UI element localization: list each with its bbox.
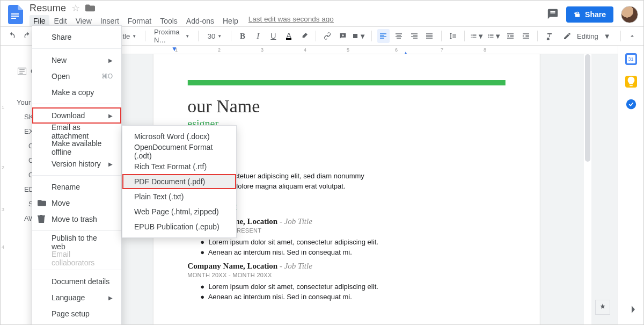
doc-bullet: ● Lorem ipsum dolor sit amet, consectetu…: [200, 283, 505, 291]
style-label: tle: [122, 32, 130, 40]
docs-logo[interactable]: [6, 5, 25, 24]
menu-print[interactable]: Print⌘P: [32, 322, 121, 325]
menu-language[interactable]: Language▶: [32, 290, 121, 306]
indent-increase-button[interactable]: [520, 29, 532, 43]
menu-help[interactable]: Help: [219, 15, 242, 27]
side-panel: 31: [618, 46, 643, 324]
download-submenu: Microsoft Word (.docx) OpenDocument Form…: [122, 125, 237, 238]
menu-version-history[interactable]: Version history▶: [32, 156, 121, 172]
download-docx[interactable]: Microsoft Word (.docx): [122, 129, 236, 144]
menu-move[interactable]: Move: [32, 195, 121, 211]
download-epub[interactable]: EPUB Publication (.epub): [122, 219, 236, 234]
svg-point-3: [488, 34, 489, 35]
calendar-addon-icon[interactable]: 31: [625, 53, 637, 65]
doc-bullet: ● Aenean ac interdum nisi. Sed in conseq…: [200, 248, 505, 256]
undo-button[interactable]: [6, 29, 18, 43]
link-button[interactable]: [321, 29, 334, 43]
download-rtf[interactable]: Rich Text Format (.rtf): [122, 159, 236, 174]
underline-button[interactable]: U: [267, 29, 280, 43]
outline-icon[interactable]: [18, 68, 26, 75]
text-color-button[interactable]: A: [283, 29, 295, 43]
submenu-arrow-icon: ▶: [108, 113, 113, 119]
menu-publish[interactable]: Publish to the web: [32, 234, 121, 250]
font-label: Proxima N…: [154, 28, 183, 44]
accent-bar: [187, 80, 505, 85]
folder-icon: [38, 199, 46, 207]
download-html[interactable]: Web Page (.html, zipped): [122, 204, 236, 219]
indent-decrease-button[interactable]: [504, 29, 517, 43]
menu-new[interactable]: New▶: [32, 52, 121, 68]
pencil-icon: [563, 32, 572, 40]
align-right-button[interactable]: [408, 29, 420, 43]
svg-point-10: [626, 99, 635, 109]
file-menu-panel: Share New▶ Open⌘O Make a copy Download▶ …: [32, 25, 122, 325]
menu-tools[interactable]: Tools: [156, 15, 181, 27]
doc-bullet: ● Aenean ac interdum nisi. Sed in conseq…: [200, 293, 505, 301]
download-txt[interactable]: Plain Text (.txt): [122, 189, 236, 204]
svg-point-4: [488, 35, 489, 37]
svg-point-5: [488, 37, 489, 38]
doc-name-heading: our Name: [187, 96, 505, 117]
tasks-addon-icon[interactable]: [625, 98, 637, 110]
svg-rect-0: [11, 13, 19, 15]
menu-email-collab: Email collaborators: [32, 250, 121, 266]
submenu-arrow-icon: ▶: [108, 295, 113, 301]
menu-format[interactable]: Format: [124, 15, 155, 27]
font-size-select[interactable]: 30▼: [204, 29, 225, 43]
font-select[interactable]: Proxima N…▼: [151, 29, 193, 43]
menu-offline[interactable]: Make available offline: [32, 140, 121, 156]
image-button[interactable]: ▼: [352, 29, 366, 43]
align-left-button[interactable]: [377, 29, 390, 43]
share-label: Share: [585, 10, 606, 19]
horizontal-ruler[interactable]: ▼ ▲ 1 2 3 4 5 6 7 8: [121, 46, 618, 54]
folder-icon[interactable]: [85, 3, 95, 13]
bullet-list-button[interactable]: ▼: [487, 29, 501, 43]
collapse-toolbar-button[interactable]: [626, 29, 638, 43]
svg-rect-2: [11, 18, 16, 19]
menu-page-setup[interactable]: Page setup: [32, 306, 121, 322]
doc-job-header: Company Name, Location - Job Title: [187, 262, 505, 271]
menu-move-trash[interactable]: Move to trash: [32, 211, 121, 227]
menu-share[interactable]: Share: [32, 29, 121, 45]
clear-formatting-button[interactable]: [543, 29, 555, 43]
italic-button[interactable]: I: [252, 29, 264, 43]
numbered-list-button[interactable]: ▼: [470, 29, 484, 43]
share-button[interactable]: Share: [566, 6, 613, 23]
paragraph-style-select[interactable]: tle▼: [119, 29, 140, 43]
keep-addon-icon[interactable]: [625, 76, 637, 88]
download-odt[interactable]: OpenDocument Format (.odt): [122, 144, 236, 159]
menu-addons[interactable]: Add-ons: [182, 15, 218, 27]
highlight-button[interactable]: [298, 29, 310, 43]
bold-button[interactable]: B: [237, 29, 249, 43]
comment-button[interactable]: [337, 29, 349, 43]
expand-sidepanel-button[interactable]: [631, 306, 636, 315]
svg-rect-1: [11, 16, 19, 17]
menu-open[interactable]: Open⌘O: [32, 68, 121, 84]
star-icon[interactable]: ☆: [71, 2, 80, 14]
menu-rename[interactable]: Rename: [32, 179, 121, 195]
doc-job-dates: MONTH 20XX - MONTH 20XX: [187, 272, 505, 278]
menu-make-copy[interactable]: Make a copy: [32, 84, 121, 100]
download-pdf[interactable]: PDF Document (.pdf): [122, 174, 236, 189]
explore-button[interactable]: [595, 300, 610, 315]
account-avatar[interactable]: [621, 6, 638, 23]
menu-doc-details[interactable]: Document details: [32, 273, 121, 290]
comments-icon[interactable]: [547, 8, 559, 21]
editing-label: Editing: [577, 32, 598, 40]
menu-download[interactable]: Download▶: [32, 107, 121, 124]
last-edit-link[interactable]: Last edit was seconds ago: [248, 15, 334, 27]
trash-icon: [38, 215, 46, 223]
align-justify-button[interactable]: [423, 29, 436, 43]
document-title[interactable]: Resume: [30, 3, 66, 14]
line-spacing-button[interactable]: [447, 29, 459, 43]
font-size-value: 30: [208, 32, 215, 40]
vertical-scrollbar[interactable]: [584, 54, 591, 324]
align-center-button[interactable]: [393, 29, 405, 43]
submenu-arrow-icon: ▶: [108, 161, 113, 167]
submenu-arrow-icon: ▶: [108, 57, 113, 63]
editing-mode-button[interactable]: Editing ▼: [559, 31, 615, 41]
scroll-thumb[interactable]: [585, 54, 590, 162]
doc-bullet: ● Lorem ipsum dolor sit amet, consectetu…: [200, 238, 505, 246]
menu-email-attachment[interactable]: Email as attachment: [32, 124, 121, 140]
